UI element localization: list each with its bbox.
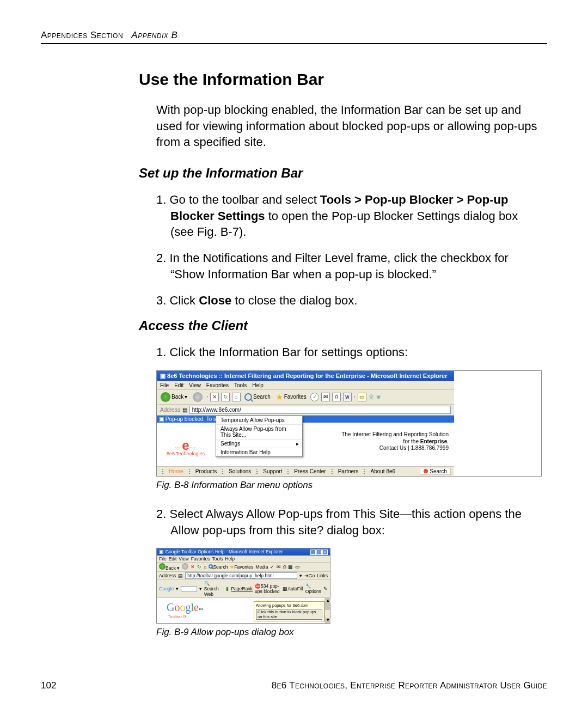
page-number: 102 [41, 680, 56, 691]
nav-link[interactable]: Partners [338, 468, 359, 474]
menu-item[interactable]: Edit [169, 556, 177, 562]
menu-item[interactable]: Tools [234, 382, 247, 388]
search-web-button[interactable]: 🔍Search Web [204, 581, 220, 597]
scroll-up-icon[interactable]: ▴ [325, 598, 330, 603]
menu-item[interactable]: View [189, 382, 201, 388]
highlight-icon[interactable]: ✎ [323, 586, 328, 591]
window-title-bar: ▣ Google Toolbar Options Help - Microsof… [157, 548, 330, 556]
window-title-bar: ▣ 8e6 Technologies :: Internet Filtering… [157, 371, 454, 381]
main-content: Use the Information Bar With pop-up bloc… [139, 70, 542, 638]
favorites-button[interactable]: ★Favorites [230, 564, 253, 570]
scroll-thumb[interactable] [324, 603, 330, 610]
favorites-button[interactable]: ★Favorites [274, 392, 308, 402]
address-bar: Address ▤ http://www.8e6.com/ [157, 405, 454, 416]
menu-item[interactable]: Edit [174, 382, 183, 388]
mail-icon[interactable]: ✉ [321, 393, 330, 401]
menu-item[interactable]: Favorites [191, 556, 210, 562]
history-icon[interactable]: ✓ [270, 564, 274, 570]
discuss-icon[interactable]: ▭ [358, 393, 366, 401]
toolbar-label: Toolbar ⟳ [168, 614, 187, 619]
history-icon[interactable]: ✓ [310, 393, 319, 401]
options-button[interactable]: 🔧Options [305, 583, 321, 594]
menu-item[interactable]: Tools [212, 556, 223, 562]
window-icon: ▣ [159, 549, 164, 554]
list-item: 1. Go to the toolbar and select Tools > … [156, 192, 542, 240]
back-button[interactable]: Back ▾ [159, 392, 189, 402]
edit-icon[interactable]: w [343, 393, 352, 401]
info-bar-context-menu: Temporarily Allow Pop-ups Always Allow P… [216, 416, 303, 457]
search-button[interactable]: Search [209, 564, 228, 570]
toolbar: Back ▾ · ✕ ↻ ⌂ Search ★Favorites ✓ ✉ ⎙ w… [157, 390, 454, 405]
address-bar: Address ▤ http://toolbar.google.com/popu… [157, 572, 330, 580]
list-item: 2. Select Always Allow Pop-ups from This… [156, 506, 542, 538]
print-icon[interactable]: ⎙ [283, 564, 286, 570]
refresh-icon[interactable]: ↻ [221, 393, 230, 401]
stop-icon[interactable]: ✕ [191, 564, 195, 570]
scroll-down-icon[interactable]: ▾ [325, 618, 330, 623]
section-heading-setup: Set up the Information Bar [139, 166, 542, 181]
allow-toggle-button[interactable]: Click this button to block popups on thi… [256, 609, 322, 620]
separator: · [354, 394, 356, 400]
media-button[interactable]: Media [255, 564, 268, 570]
address-input[interactable]: http://www.8e6.com/ [189, 406, 451, 414]
menu-item[interactable]: File [159, 556, 167, 562]
page-icon: ▤ [182, 407, 187, 413]
go-button[interactable]: ➔Go [304, 573, 315, 578]
nav-link[interactable]: Products [195, 468, 217, 474]
edit-icon[interactable]: ▦ [288, 564, 293, 570]
allow-heading: Allowing popups for 8e6.com [256, 603, 322, 608]
nav-link[interactable]: Solutions [229, 468, 251, 474]
steps-list-access: 1. Click the Information Bar for setting… [156, 344, 542, 361]
star-icon: ★ [276, 393, 283, 401]
refresh-icon[interactable]: ↻ [197, 564, 201, 570]
menu-item[interactable]: View [179, 556, 188, 562]
minimize-button[interactable]: _ [310, 550, 316, 555]
google-search-input[interactable] [181, 586, 197, 591]
forward-button[interactable] [182, 563, 188, 571]
nav-home[interactable]: Home [169, 468, 183, 474]
menu-item-settings[interactable]: Settings [216, 440, 302, 448]
site-nav: ⋮ Home⋮ Products⋮ Solutions⋮ Support⋮ Pr… [157, 466, 454, 476]
address-input[interactable]: http://toolbar.google.com/popup_help.htm… [185, 572, 297, 579]
pagerank-icon[interactable]: ▮ [226, 586, 229, 591]
mail-icon[interactable]: ✉ [277, 564, 281, 570]
maximize-button[interactable]: □ [316, 550, 322, 555]
scrollbar[interactable]: ▴ ▾ [324, 598, 330, 623]
research-icon[interactable]: ❀ [376, 394, 381, 400]
window-icon: ▣ [160, 373, 166, 379]
page-title: Use the Information Bar [139, 70, 542, 89]
nav-link[interactable]: About 8e6 [370, 468, 395, 474]
menu-item[interactable]: Favorites [206, 382, 229, 388]
list-item: 3. Click Close to close the dialog box. [156, 292, 542, 309]
messenger-icon[interactable]: 웃 [369, 393, 374, 401]
back-button[interactable]: Back ▾ [159, 563, 180, 571]
nav-link[interactable]: Support [263, 468, 282, 474]
links-label[interactable]: Links [317, 573, 328, 578]
discuss-icon[interactable]: ▭ [295, 564, 300, 570]
search-button[interactable]: Search [243, 393, 272, 401]
steps-list-access-2: 2. Select Always Allow Pop-ups from This… [156, 506, 542, 538]
home-icon[interactable]: ⌂ [204, 564, 206, 570]
menu-item[interactable]: File [160, 382, 169, 388]
pagerank-label: PageRank [231, 586, 253, 591]
forward-button[interactable] [191, 392, 204, 402]
home-icon[interactable]: ⌂ [232, 393, 241, 401]
stop-icon[interactable]: ✕ [210, 393, 219, 401]
close-button[interactable]: × [322, 550, 328, 555]
print-icon[interactable]: ⎙ [332, 393, 341, 401]
information-bar[interactable]: ▣ Pop-up blocked. To see thi [157, 416, 454, 423]
menu-item-temp-allow[interactable]: Temporarily Allow Pop-ups [216, 416, 302, 425]
menu-item[interactable]: Help [252, 382, 264, 388]
menu-item[interactable]: Help [225, 556, 234, 562]
toolbar: Back ▾ ✕ ↻ ⌂ Search ★Favorites Media ✓ ✉… [157, 563, 330, 572]
dropdown-icon[interactable]: ▾ [299, 573, 302, 578]
autofill-button[interactable]: ▦AutoFill [283, 586, 303, 591]
menu-bar: File Edit View Favorites Tools Help [157, 381, 454, 390]
nav-link[interactable]: Press Center [294, 468, 326, 474]
menu-item-always-allow[interactable]: Always Allow Pop-ups from This Site... [216, 425, 302, 440]
address-label: Address [159, 573, 176, 578]
site-search[interactable]: Search [420, 468, 451, 475]
search-icon [209, 564, 213, 569]
menu-item-help[interactable]: Information Bar Help [216, 448, 302, 456]
popup-blocked-button[interactable]: ⛔534 pop-ups blocked [255, 583, 280, 594]
